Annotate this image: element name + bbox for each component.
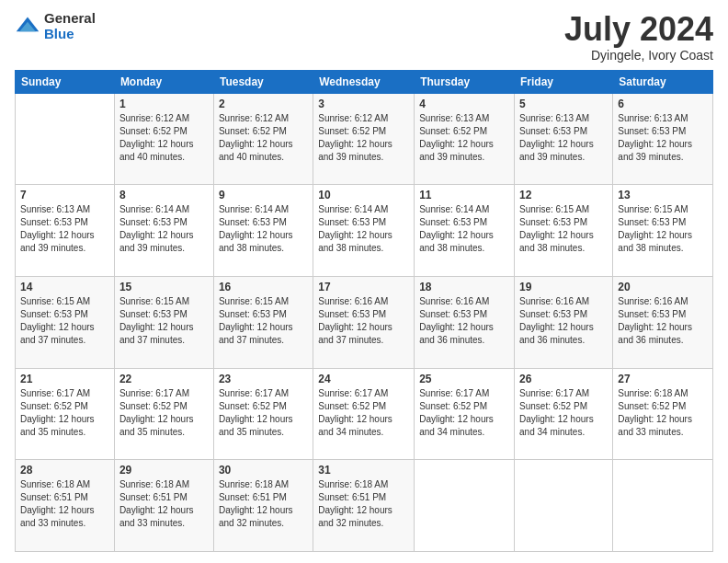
day-number: 16: [219, 281, 308, 293]
location: Dyingele, Ivory Coast: [564, 48, 713, 63]
day-number: 21: [20, 373, 109, 385]
calendar-cell: [16, 93, 115, 185]
logo-icon: [15, 14, 40, 40]
day-number: 17: [318, 281, 409, 293]
day-number: 1: [119, 98, 209, 110]
calendar-cell: 29Sunrise: 6:18 AMSunset: 6:51 PMDayligh…: [114, 460, 213, 552]
day-number: 15: [119, 281, 209, 293]
day-number: 10: [318, 189, 409, 201]
day-number: 20: [618, 281, 708, 293]
day-info: Sunrise: 6:17 AMSunset: 6:52 PMDaylight:…: [119, 387, 209, 439]
calendar-cell: 30Sunrise: 6:18 AMSunset: 6:51 PMDayligh…: [213, 460, 313, 552]
day-number: 25: [419, 373, 509, 385]
calendar-cell: 21Sunrise: 6:17 AMSunset: 6:52 PMDayligh…: [16, 368, 115, 460]
day-info: Sunrise: 6:18 AMSunset: 6:51 PMDaylight:…: [20, 478, 109, 530]
calendar-cell: 18Sunrise: 6:16 AMSunset: 6:53 PMDayligh…: [415, 276, 515, 368]
calendar-cell: [613, 460, 713, 552]
calendar-table: SundayMondayTuesdayWednesdayThursdayFrid…: [15, 70, 713, 552]
header-thursday: Thursday: [415, 70, 515, 93]
calendar-cell: 17Sunrise: 6:16 AMSunset: 6:53 PMDayligh…: [313, 276, 415, 368]
day-info: Sunrise: 6:14 AMSunset: 6:53 PMDaylight:…: [419, 203, 509, 255]
calendar-cell: 27Sunrise: 6:18 AMSunset: 6:52 PMDayligh…: [613, 368, 713, 460]
calendar-cell: 25Sunrise: 6:17 AMSunset: 6:52 PMDayligh…: [415, 368, 515, 460]
day-info: Sunrise: 6:18 AMSunset: 6:51 PMDaylight:…: [119, 478, 209, 530]
calendar-cell: 1Sunrise: 6:12 AMSunset: 6:52 PMDaylight…: [114, 93, 213, 185]
calendar-cell: 31Sunrise: 6:18 AMSunset: 6:51 PMDayligh…: [313, 460, 415, 552]
day-info: Sunrise: 6:15 AMSunset: 6:53 PMDaylight:…: [119, 295, 209, 347]
calendar-cell: 9Sunrise: 6:14 AMSunset: 6:53 PMDaylight…: [213, 185, 313, 277]
day-number: 12: [519, 189, 608, 201]
day-number: 23: [219, 373, 308, 385]
day-number: 9: [219, 189, 308, 201]
calendar-cell: 16Sunrise: 6:15 AMSunset: 6:53 PMDayligh…: [213, 276, 313, 368]
calendar-cell: 5Sunrise: 6:13 AMSunset: 6:53 PMDaylight…: [515, 93, 613, 185]
day-info: Sunrise: 6:16 AMSunset: 6:53 PMDaylight:…: [419, 295, 509, 347]
day-info: Sunrise: 6:12 AMSunset: 6:52 PMDaylight:…: [219, 112, 308, 164]
header-wednesday: Wednesday: [313, 70, 415, 93]
header-row: SundayMondayTuesdayWednesdayThursdayFrid…: [16, 70, 713, 93]
day-info: Sunrise: 6:17 AMSunset: 6:52 PMDaylight:…: [419, 387, 509, 439]
day-info: Sunrise: 6:15 AMSunset: 6:53 PMDaylight:…: [618, 203, 708, 255]
logo: General Blue: [15, 11, 96, 41]
day-number: 30: [219, 464, 308, 477]
day-number: 26: [519, 373, 608, 385]
day-info: Sunrise: 6:12 AMSunset: 6:52 PMDaylight:…: [119, 112, 209, 164]
day-number: 4: [419, 98, 509, 110]
calendar-cell: 19Sunrise: 6:16 AMSunset: 6:53 PMDayligh…: [515, 276, 613, 368]
header-monday: Monday: [114, 70, 213, 93]
calendar-cell: 15Sunrise: 6:15 AMSunset: 6:53 PMDayligh…: [114, 276, 213, 368]
calendar-cell: [415, 460, 515, 552]
day-number: 7: [20, 189, 109, 201]
day-number: 11: [419, 189, 509, 201]
day-info: Sunrise: 6:12 AMSunset: 6:52 PMDaylight:…: [318, 112, 409, 164]
day-number: 28: [20, 464, 109, 477]
week-row-4: 28Sunrise: 6:18 AMSunset: 6:51 PMDayligh…: [16, 460, 713, 552]
day-info: Sunrise: 6:15 AMSunset: 6:53 PMDaylight:…: [219, 295, 308, 347]
day-info: Sunrise: 6:15 AMSunset: 6:53 PMDaylight:…: [519, 203, 608, 255]
logo-blue: Blue: [44, 26, 74, 41]
calendar-page: General Blue July 2024 Dyingele, Ivory C…: [0, 0, 728, 563]
day-info: Sunrise: 6:18 AMSunset: 6:51 PMDaylight:…: [219, 478, 308, 530]
day-info: Sunrise: 6:16 AMSunset: 6:53 PMDaylight:…: [618, 295, 708, 347]
title-block: July 2024 Dyingele, Ivory Coast: [564, 11, 713, 63]
day-info: Sunrise: 6:14 AMSunset: 6:53 PMDaylight:…: [318, 203, 409, 255]
day-number: 18: [419, 281, 509, 293]
day-number: 24: [318, 373, 409, 385]
day-number: 14: [20, 281, 109, 293]
calendar-cell: 23Sunrise: 6:17 AMSunset: 6:52 PMDayligh…: [213, 368, 313, 460]
day-number: 31: [318, 464, 409, 477]
calendar-cell: [515, 460, 613, 552]
day-info: Sunrise: 6:18 AMSunset: 6:52 PMDaylight:…: [618, 387, 708, 439]
calendar-cell: 10Sunrise: 6:14 AMSunset: 6:53 PMDayligh…: [313, 185, 415, 277]
day-number: 29: [119, 464, 209, 477]
day-info: Sunrise: 6:17 AMSunset: 6:52 PMDaylight:…: [20, 387, 109, 439]
day-number: 19: [519, 281, 608, 293]
day-info: Sunrise: 6:17 AMSunset: 6:52 PMDaylight:…: [219, 387, 308, 439]
calendar-cell: 26Sunrise: 6:17 AMSunset: 6:52 PMDayligh…: [515, 368, 613, 460]
week-row-3: 21Sunrise: 6:17 AMSunset: 6:52 PMDayligh…: [16, 368, 713, 460]
calendar-cell: 20Sunrise: 6:16 AMSunset: 6:53 PMDayligh…: [613, 276, 713, 368]
header-tuesday: Tuesday: [213, 70, 313, 93]
calendar-cell: 7Sunrise: 6:13 AMSunset: 6:53 PMDaylight…: [16, 185, 115, 277]
day-info: Sunrise: 6:13 AMSunset: 6:52 PMDaylight:…: [419, 112, 509, 164]
calendar-cell: 24Sunrise: 6:17 AMSunset: 6:52 PMDayligh…: [313, 368, 415, 460]
day-number: 5: [519, 98, 608, 110]
day-number: 27: [618, 373, 708, 385]
calendar-cell: 28Sunrise: 6:18 AMSunset: 6:51 PMDayligh…: [16, 460, 115, 552]
calendar-cell: 13Sunrise: 6:15 AMSunset: 6:53 PMDayligh…: [613, 185, 713, 277]
calendar-cell: 2Sunrise: 6:12 AMSunset: 6:52 PMDaylight…: [213, 93, 313, 185]
day-info: Sunrise: 6:15 AMSunset: 6:53 PMDaylight:…: [20, 295, 109, 347]
calendar-cell: 14Sunrise: 6:15 AMSunset: 6:53 PMDayligh…: [16, 276, 115, 368]
day-info: Sunrise: 6:13 AMSunset: 6:53 PMDaylight:…: [618, 112, 708, 164]
day-number: 6: [618, 98, 708, 110]
day-number: 3: [318, 98, 409, 110]
day-number: 8: [119, 189, 209, 201]
logo-general: General: [44, 10, 96, 26]
day-number: 2: [219, 98, 308, 110]
logo-text: General Blue: [44, 11, 96, 41]
header: General Blue July 2024 Dyingele, Ivory C…: [15, 11, 713, 63]
day-info: Sunrise: 6:18 AMSunset: 6:51 PMDaylight:…: [318, 478, 409, 530]
calendar-cell: 6Sunrise: 6:13 AMSunset: 6:53 PMDaylight…: [613, 93, 713, 185]
day-info: Sunrise: 6:16 AMSunset: 6:53 PMDaylight:…: [318, 295, 409, 347]
day-number: 13: [618, 189, 708, 201]
